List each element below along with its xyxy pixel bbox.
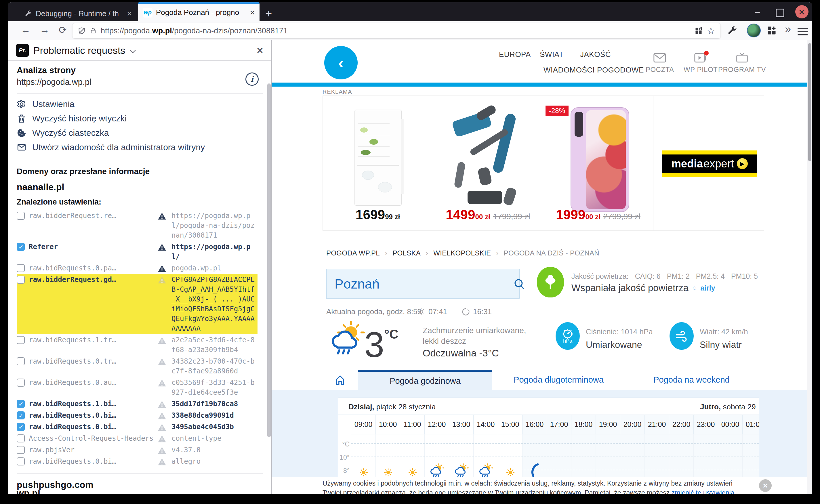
- nav-poczta[interactable]: POCZTA: [646, 53, 674, 74]
- hour-cell[interactable]: 10:00: [376, 415, 400, 434]
- new-tab-button[interactable]: +: [265, 6, 272, 21]
- tab-pogoda-godzinowa[interactable]: Pogoda godzinowa: [358, 370, 492, 390]
- tab-pogoda-active[interactable]: wp Pogoda Poznań - progno ×: [138, 2, 260, 21]
- hour-cell[interactable]: 22:00: [669, 415, 694, 434]
- search-input[interactable]: [327, 276, 507, 292]
- bookmark-star-icon[interactable]: ☆: [707, 25, 715, 37]
- page-scrollbar[interactable]: [807, 40, 812, 494]
- menu-item-settings[interactable]: Ustawienia: [17, 97, 258, 111]
- hour-cell[interactable]: 01:00: [743, 415, 759, 434]
- back-button[interactable]: ←: [21, 24, 30, 35]
- hour-cell[interactable]: 00:00: [718, 415, 743, 434]
- hour-cell[interactable]: 12:00: [425, 415, 449, 434]
- sun-icon: [359, 467, 369, 477]
- container-grid-icon[interactable]: [695, 27, 703, 35]
- url-bar[interactable]: https://pogoda.wp.pl/pogoda-na-dzis/pozn…: [73, 23, 720, 38]
- tab-pogoda-dlugoterminowa[interactable]: Pogoda długoterminowa: [492, 370, 625, 390]
- menu-item-clear-cookies[interactable]: Wyczyść ciasteczka: [17, 126, 258, 140]
- hourly-forecast-card[interactable]: Dzisiaj, piątek 28 stycznia Jutro, sobot…: [338, 398, 759, 478]
- breadcrumb-item[interactable]: POLSKA: [392, 249, 421, 257]
- checkbox[interactable]: [17, 379, 25, 387]
- menu-item-clear-history[interactable]: Wyczyść historię wtyczki: [17, 111, 258, 126]
- checkbox[interactable]: [17, 336, 25, 344]
- chevron-down-icon[interactable]: [130, 49, 136, 54]
- profile-avatar[interactable]: [747, 24, 761, 37]
- hour-cell[interactable]: 16:00: [522, 415, 547, 434]
- checkbox-checked[interactable]: [17, 400, 25, 408]
- hour-cell[interactable]: 20:00: [620, 415, 645, 434]
- warning-icon: [158, 358, 166, 366]
- extensions-icon[interactable]: [766, 25, 777, 36]
- nav-wp-pilot[interactable]: WP PILOT: [684, 53, 718, 74]
- hour-cell[interactable]: 13:00: [449, 415, 474, 434]
- ad-product-phone[interactable]: -28% 199900 zł2799,99 zł: [543, 96, 653, 230]
- ad-product-vacuum[interactable]: 149900 zł1799,99 zł: [433, 96, 543, 230]
- ad-product-fridge[interactable]: 169999 zł: [323, 96, 433, 230]
- ad-brand-panel[interactable]: mediaexpert▶: [653, 96, 764, 230]
- nav-item-wiadomosci[interactable]: WIADOMOŚCI POGODOWE: [544, 66, 644, 75]
- hour-cell[interactable]: 11:00: [400, 415, 425, 434]
- hour-cell[interactable]: 21:00: [645, 415, 669, 434]
- cookie-settings-link[interactable]: zmienić te ustawienia: [672, 489, 735, 494]
- checkbox[interactable]: [17, 434, 25, 442]
- tab-close-icon[interactable]: ×: [250, 8, 255, 18]
- hour-cell[interactable]: 18:00: [571, 415, 596, 434]
- hour-cell[interactable]: 19:00: [596, 415, 620, 434]
- menu-item-label: Wyczyść historię wtyczki: [32, 114, 127, 123]
- nav-item-jakosc[interactable]: JAKOŚĆ: [580, 50, 611, 59]
- nav-item-swiat[interactable]: ŚWIAT: [540, 50, 564, 59]
- overflow-chevrons-icon[interactable]: »: [785, 23, 791, 35]
- hour-cell[interactable]: 15:00: [498, 415, 522, 434]
- breadcrumb-item[interactable]: POGODA WP.PL: [326, 249, 380, 257]
- lock-icon[interactable]: [90, 27, 97, 35]
- nav-program-tv[interactable]: PROGRAM TV: [718, 53, 766, 74]
- trash-icon: [17, 114, 26, 123]
- wrench-toolbar-icon[interactable]: [727, 25, 738, 36]
- reload-button[interactable]: ⟳: [59, 24, 67, 36]
- shield-disabled-icon[interactable]: [78, 27, 86, 35]
- domain-link[interactable]: cdn.pushpushgo.com: [17, 492, 258, 494]
- menu-hamburger-icon[interactable]: [798, 26, 808, 37]
- hour-cell[interactable]: 17:00: [547, 415, 571, 434]
- tab-home[interactable]: [323, 370, 358, 390]
- forward-button[interactable]: →: [40, 24, 49, 35]
- url-text[interactable]: https://pogoda.wp.pl/pogoda-na-dzis/pozn…: [101, 26, 288, 35]
- checkbox-checked[interactable]: [17, 423, 25, 431]
- window-minimize-button[interactable]: –: [755, 7, 760, 17]
- checkbox[interactable]: [17, 357, 25, 365]
- panel-close-icon[interactable]: ×: [257, 44, 263, 57]
- mediaexpert-logo: mediaexpert▶: [662, 150, 757, 177]
- hour-cell[interactable]: 09:00: [351, 415, 376, 434]
- checkbox[interactable]: [17, 446, 25, 454]
- menu-item-message-admin[interactable]: Utwórz wiadomość dla administratora witr…: [17, 140, 258, 154]
- scrollbar-thumb[interactable]: [267, 83, 271, 437]
- setting-row: raw.bidRequests.1.tr… a2e2a5ec-3fd6-4cfe…: [17, 334, 258, 356]
- location-search[interactable]: [326, 269, 520, 299]
- nav-item-europa[interactable]: EUROPA: [499, 50, 531, 59]
- breadcrumb-item[interactable]: WIELKOPOLSKIE: [433, 249, 491, 257]
- checkbox[interactable]: [17, 457, 25, 465]
- window-maximize-button[interactable]: [776, 9, 784, 17]
- hour-cell[interactable]: 14:00: [474, 415, 498, 434]
- ad-banner[interactable]: 169999 zł 149900 zł1799,99 zł: [323, 96, 764, 231]
- scrollbar-thumb[interactable]: [808, 43, 811, 161]
- pogoda-logo[interactable]: ‹: [324, 46, 358, 79]
- search-button[interactable]: [507, 278, 531, 290]
- checkbox[interactable]: [17, 264, 25, 272]
- info-icon[interactable]: i: [245, 72, 259, 86]
- window-close-button[interactable]: ×: [795, 5, 808, 18]
- checkbox-checked[interactable]: [17, 411, 25, 419]
- tab-debugging[interactable]: Debugging - Runtime / th ×: [20, 6, 136, 21]
- setting-value: allegro: [171, 457, 258, 466]
- hour-cell[interactable]: 23:00: [694, 415, 718, 434]
- cookie-close-button[interactable]: ×: [759, 479, 772, 492]
- tab-close-icon[interactable]: ×: [127, 9, 132, 18]
- tab-pogoda-na-weekend[interactable]: Pogoda na weekend: [625, 370, 758, 390]
- wind-icon: [670, 322, 694, 350]
- checkbox[interactable]: [17, 212, 25, 220]
- sidebar-scrollbar[interactable]: [267, 40, 271, 494]
- checkbox[interactable]: [17, 276, 25, 284]
- airly-logo[interactable]: airly: [700, 284, 715, 292]
- checkbox-checked[interactable]: [17, 243, 25, 251]
- menu-item-label: Wyczyść ciasteczka: [32, 128, 109, 138]
